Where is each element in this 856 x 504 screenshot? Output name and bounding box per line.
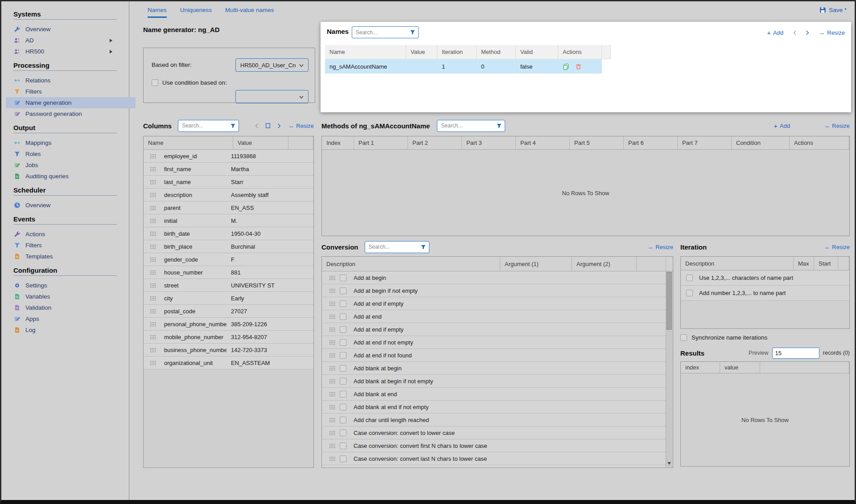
checkbox[interactable] (686, 290, 693, 296)
drag-handle-icon[interactable] (329, 430, 335, 435)
sidebar-item[interactable]: HR500 (13, 46, 126, 57)
checkbox[interactable] (340, 430, 346, 436)
column-row[interactable]: house_number 881 (144, 266, 313, 279)
drag-handle-icon[interactable] (150, 167, 156, 172)
column-row[interactable]: postal_code 27027 (144, 305, 313, 318)
drag-handle-icon[interactable] (329, 301, 335, 306)
column-row[interactable]: gender_code F (144, 253, 313, 266)
conversion-row[interactable]: Case conversion: convert last N chars to… (322, 452, 667, 465)
iteration-row[interactable]: Use 1,2,3,... characters of name part (681, 270, 849, 286)
checkbox[interactable] (340, 404, 346, 410)
checkbox[interactable] (340, 300, 346, 307)
conversion-search-input[interactable] (365, 241, 429, 253)
column-row[interactable]: street UNIVERSITY ST (144, 279, 313, 292)
sidebar-item[interactable]: Filters (13, 86, 126, 97)
column-row[interactable]: birth_place Burchinal (144, 240, 313, 253)
sidebar-item[interactable]: Filters (13, 240, 126, 251)
add-button[interactable]: +Add (767, 29, 783, 37)
checkbox[interactable] (340, 365, 346, 372)
drag-handle-icon[interactable] (150, 154, 156, 159)
sidebar-item[interactable]: Variables (13, 291, 126, 302)
column-row[interactable]: birth_date 1950-04-30 (144, 227, 313, 240)
column-row[interactable]: initial M. (144, 214, 313, 227)
scrollbar-thumb[interactable] (667, 272, 672, 330)
drag-handle-icon[interactable] (150, 180, 156, 184)
checkbox[interactable] (340, 378, 346, 385)
sidebar-item[interactable]: Relations (13, 75, 126, 86)
drag-handle-icon[interactable] (329, 288, 335, 293)
drag-handle-icon[interactable] (150, 283, 156, 288)
preview-input[interactable] (772, 348, 819, 359)
sidebar-item[interactable]: Settings (13, 280, 126, 291)
tab-names[interactable]: Names (148, 7, 167, 18)
drag-handle-icon[interactable] (150, 270, 156, 275)
drag-handle-icon[interactable] (150, 335, 156, 340)
drag-handle-icon[interactable] (329, 392, 335, 397)
checkbox[interactable] (340, 313, 346, 320)
methods-resize-button[interactable]: ↔Resize (824, 123, 850, 129)
column-row[interactable]: city Early (144, 292, 313, 305)
sidebar-item[interactable]: AD (13, 35, 126, 46)
column-row[interactable]: personal_phone_number 385-209-1226 (144, 318, 313, 331)
column-row[interactable]: parent EN_ASS (144, 201, 313, 214)
names-resize-button[interactable]: ↔Resize (819, 29, 845, 36)
drag-handle-icon[interactable] (150, 231, 156, 236)
names-search-input[interactable] (352, 26, 419, 38)
sidebar-item[interactable]: Templates (13, 251, 126, 262)
chevron-left-icon[interactable] (254, 123, 260, 129)
sidebar-item[interactable]: Overview (13, 24, 126, 35)
tab-uniqueness[interactable]: Uniqueness (180, 7, 212, 18)
sync-iterations-checkbox[interactable] (680, 334, 687, 341)
drag-handle-icon[interactable] (329, 340, 335, 345)
sidebar-item[interactable]: Password generation (13, 108, 126, 119)
condition-checkbox[interactable] (152, 79, 158, 86)
conversion-row[interactable]: Add at end (322, 310, 667, 323)
checkbox[interactable] (340, 352, 346, 359)
drag-handle-icon[interactable] (329, 418, 335, 422)
chevron-left-icon[interactable] (792, 30, 798, 36)
drag-handle-icon[interactable] (329, 379, 335, 384)
sidebar-item[interactable]: Roles (13, 148, 126, 160)
drag-handle-icon[interactable] (329, 353, 335, 358)
conversion-row[interactable]: Case conversion: convert first N chars t… (322, 439, 667, 452)
drag-handle-icon[interactable] (329, 443, 335, 448)
conversion-row[interactable]: Add at end if not empty (322, 336, 667, 349)
drag-handle-icon[interactable] (329, 275, 335, 280)
conversion-row[interactable]: Add at end if empty (322, 323, 667, 336)
sidebar-item[interactable]: Validation (13, 302, 126, 313)
drag-handle-icon[interactable] (150, 193, 156, 197)
column-row[interactable]: first_name Martha (144, 163, 313, 176)
conversion-row[interactable]: Add blank at end if not empty (322, 401, 667, 414)
conversion-row[interactable] (322, 465, 667, 468)
drag-handle-icon[interactable] (150, 361, 156, 365)
columns-resize-button[interactable]: ↔Resize (288, 123, 314, 129)
iteration-row[interactable]: Add number 1,2,3,... to name part (681, 286, 849, 301)
drag-handle-icon[interactable] (329, 405, 335, 410)
conversion-row[interactable]: Add blank at end (322, 388, 667, 401)
checkbox[interactable] (340, 443, 346, 449)
chevron-right-icon[interactable] (276, 123, 282, 129)
checkbox[interactable] (340, 417, 346, 423)
sidebar-item[interactable]: Jobs (13, 160, 126, 171)
conversion-resize-button[interactable]: ↔Resize (647, 244, 673, 250)
sidebar-item[interactable]: Apps (13, 313, 126, 324)
checkbox[interactable] (340, 275, 346, 281)
checkbox[interactable] (340, 455, 346, 462)
page-icon[interactable] (265, 123, 271, 129)
scroll-down-button[interactable] (666, 460, 672, 467)
column-row[interactable]: description Assembly staff (144, 188, 313, 201)
names-table-row[interactable]: ng_sAMAccountName 1 0 false (325, 59, 602, 74)
column-row[interactable]: employee_id 11193868 (144, 150, 313, 163)
sidebar-item[interactable]: Auditing queries (13, 171, 126, 182)
column-row[interactable]: organizational_unit EN_ASSTEAM (144, 356, 313, 369)
drag-handle-icon[interactable] (150, 348, 156, 352)
sidebar-item[interactable]: Overview (13, 200, 126, 211)
conversion-row[interactable]: Case conversion: convert to lower case (322, 426, 667, 439)
drag-handle-icon[interactable] (150, 296, 156, 301)
conversion-row[interactable]: Add at end if empty (322, 297, 667, 310)
drag-handle-icon[interactable] (329, 366, 335, 371)
conversion-row[interactable]: Add at begin (322, 271, 667, 284)
conversion-row[interactable]: Add char until length reached (322, 414, 667, 426)
conversion-row[interactable]: Add at end if not found (322, 349, 667, 362)
methods-search-input[interactable] (437, 120, 505, 132)
